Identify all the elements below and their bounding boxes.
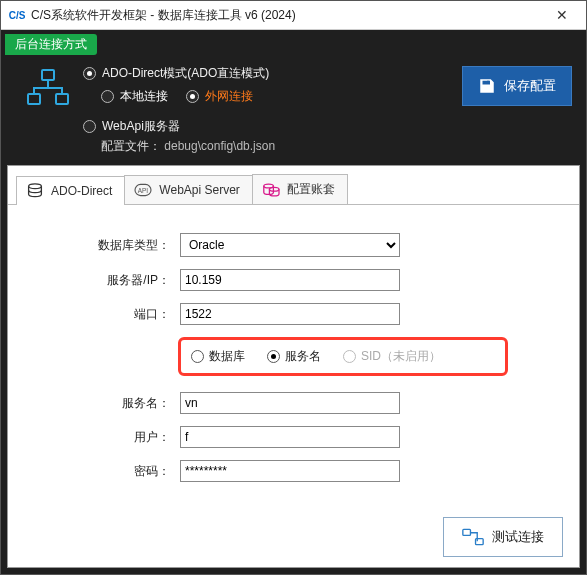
api-icon: API (133, 182, 153, 198)
radio-database[interactable]: 数据库 (191, 348, 245, 365)
password-input[interactable] (180, 460, 400, 482)
accounts-icon (261, 182, 281, 198)
close-button[interactable]: ✕ (546, 7, 578, 23)
radio-circle-icon (343, 350, 356, 363)
config-file-line: 配置文件： debug\config\db.json (101, 138, 574, 155)
save-config-button[interactable]: 保存配置 (462, 66, 572, 106)
test-connection-icon (462, 528, 484, 546)
titlebar: C/S C/S系统软件开发框架 - 数据库连接工具 v6 (2024) ✕ (1, 1, 586, 30)
user-label: 用户： (28, 429, 180, 446)
radio-database-label: 数据库 (209, 348, 245, 365)
window-title: C/S系统软件开发框架 - 数据库连接工具 v6 (2024) (31, 7, 546, 24)
network-icon (13, 68, 83, 108)
app-icon: C/S (9, 7, 25, 23)
radio-circle-icon (191, 350, 204, 363)
connection-mode-panel: 后台连接方式 保存配置 ADO-Direct模 (7, 36, 580, 165)
svg-text:API: API (138, 187, 149, 194)
name-mode-group: 数据库 服务名 SID（未启用） (178, 337, 508, 376)
radio-webapi-label: WebApi服务器 (102, 118, 180, 135)
server-input[interactable] (180, 269, 400, 291)
config-file-path: debug\config\db.json (164, 139, 275, 153)
radio-sid: SID（未启用） (343, 348, 441, 365)
radio-dot-icon (83, 67, 96, 80)
config-file-label: 配置文件： (101, 139, 161, 153)
port-label: 端口： (28, 306, 180, 323)
tab-webapi[interactable]: API WebApi Server (124, 175, 252, 204)
test-connection-button[interactable]: 测试连接 (443, 517, 563, 557)
radio-circle-icon (267, 350, 280, 363)
radio-local[interactable]: 本地连接 (101, 88, 168, 105)
svg-point-8 (269, 187, 279, 191)
save-config-label: 保存配置 (504, 77, 556, 95)
radio-external[interactable]: 外网连接 (186, 88, 253, 105)
user-input[interactable] (180, 426, 400, 448)
database-icon (25, 183, 45, 199)
svg-rect-2 (28, 94, 40, 104)
tab-accounts[interactable]: 配置账套 (252, 174, 348, 204)
tab-ado-direct[interactable]: ADO-Direct (16, 176, 125, 205)
test-connection-label: 测试连接 (492, 528, 544, 546)
radio-dot-icon (101, 90, 114, 103)
radio-external-label: 外网连接 (205, 88, 253, 105)
port-input[interactable] (180, 303, 400, 325)
service-name-label: 服务名： (28, 395, 180, 412)
svg-rect-1 (42, 70, 54, 80)
form-area: 数据库类型： Oracle 服务器/IP： 端口： 数据库 (8, 205, 579, 506)
svg-rect-9 (463, 529, 471, 535)
password-label: 密码： (28, 463, 180, 480)
dbtype-label: 数据库类型： (28, 237, 180, 254)
radio-dot-icon (83, 120, 96, 133)
radio-service-name[interactable]: 服务名 (267, 348, 321, 365)
main-panel: ADO-Direct API WebApi Server 配置账套 数据库类型：… (7, 165, 580, 568)
tab-accounts-label: 配置账套 (287, 181, 335, 198)
radio-sid-label: SID（未启用） (361, 348, 441, 365)
radio-ado-direct-label: ADO-Direct模式(ADO直连模式) (102, 65, 269, 82)
dbtype-select[interactable]: Oracle (180, 233, 400, 257)
tab-ado-direct-label: ADO-Direct (51, 184, 112, 198)
svg-rect-3 (56, 94, 68, 104)
panel-badge: 后台连接方式 (5, 34, 97, 55)
radio-dot-icon (186, 90, 199, 103)
radio-webapi[interactable]: WebApi服务器 (83, 118, 574, 135)
tab-bar: ADO-Direct API WebApi Server 配置账套 (8, 166, 579, 205)
svg-rect-0 (487, 81, 489, 84)
service-name-input[interactable] (180, 392, 400, 414)
save-icon (478, 77, 496, 95)
radio-service-name-label: 服务名 (285, 348, 321, 365)
radio-local-label: 本地连接 (120, 88, 168, 105)
svg-point-4 (29, 184, 42, 189)
server-label: 服务器/IP： (28, 272, 180, 289)
tab-webapi-label: WebApi Server (159, 183, 239, 197)
